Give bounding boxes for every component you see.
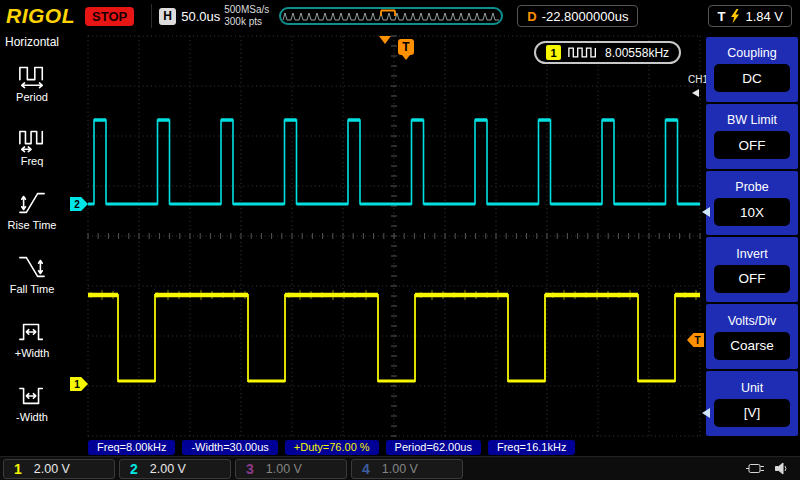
rise-time-icon <box>17 189 47 217</box>
menu-section-title: Invert <box>736 247 767 261</box>
menu-item-label: Fall Time <box>10 284 55 295</box>
trigger-position-marker[interactable]: T <box>398 39 414 55</box>
measurement-period[interactable]: Period=62.00us <box>386 440 481 455</box>
trigger-position-arrow-icon[interactable] <box>379 36 391 44</box>
unit-value-text: [V] <box>744 405 761 420</box>
channel-4-status[interactable]: 4 1.00 V <box>351 459 463 479</box>
trigger-level-value: 1.84 V <box>745 9 783 24</box>
memory-waveform-icon <box>281 9 501 23</box>
channel-1-status[interactable]: 1 2.00 V <box>3 459 115 479</box>
channel-2-status[interactable]: 2 2.00 V <box>119 459 231 479</box>
trigger-label: T <box>717 9 725 24</box>
menu-probe[interactable]: Probe 10X <box>706 171 798 236</box>
counter-source-channel: 1 <box>546 45 561 60</box>
menu-item-label: Rise Time <box>8 220 57 231</box>
menu-item-label: -Width <box>16 412 48 423</box>
top-bar: RIGOL STOP H 50.0us 500MSa/s 300k pts D … <box>0 0 800 32</box>
horizontal-settings[interactable]: H 50.0us <box>159 8 220 25</box>
trigger-display[interactable]: T 1.84 V <box>708 5 792 27</box>
menu-item-rise-time[interactable]: Rise Time <box>0 178 64 242</box>
active-menu-tab: CH1 <box>688 74 708 85</box>
measurement-freq-ch2[interactable]: Freq=16.1kHz <box>488 440 575 455</box>
menu-unit[interactable]: Unit [V] <box>706 371 798 436</box>
plus-width-icon <box>17 317 47 345</box>
menu-volts-div[interactable]: Volts/Div Coarse <box>706 304 798 369</box>
status-icons <box>745 461 797 476</box>
pulse-train-icon <box>568 47 598 58</box>
oscilloscope-screen: RIGOL STOP H 50.0us 500MSa/s 300k pts D … <box>0 0 800 480</box>
waveform-display[interactable]: T 1 8.00558kHz <box>88 36 700 436</box>
freq-icon <box>17 125 47 153</box>
bw-limit-value[interactable]: OFF <box>714 131 790 159</box>
horizontal-icon: H <box>159 8 176 25</box>
menu-invert[interactable]: Invert OFF <box>706 237 798 302</box>
acquisition-info: 500MSa/s 300k pts <box>224 4 269 28</box>
delay-display[interactable]: D -22.8000000us <box>517 5 638 27</box>
lightning-icon <box>730 9 740 24</box>
usb-icon <box>745 461 765 476</box>
menu-item-freq[interactable]: Freq <box>0 114 64 178</box>
channel-scale: 2.00 V <box>150 462 186 476</box>
volts-div-value[interactable]: Coarse <box>714 332 790 360</box>
menu-section-title: Probe <box>735 180 768 194</box>
channel-number: 2 <box>130 461 138 477</box>
memory-depth: 300k pts <box>224 16 269 28</box>
measurement-bar: Freq=8.00kHz -Width=30.00us +Duty=76.00 … <box>88 439 700 455</box>
menu-coupling[interactable]: Coupling DC <box>706 37 798 102</box>
measurement-pos-duty[interactable]: +Duty=76.00 % <box>285 440 379 455</box>
timebase-value: 50.0us <box>181 9 220 24</box>
menu-item-label: Period <box>16 92 48 103</box>
invert-value[interactable]: OFF <box>714 265 790 293</box>
fall-time-icon <box>17 253 47 281</box>
coupling-value[interactable]: DC <box>714 64 790 92</box>
waveform-memory-bar[interactable] <box>279 7 503 25</box>
ch2-offset-marker[interactable]: 2 <box>70 197 88 211</box>
left-arrow-icon <box>702 207 710 217</box>
menu-bw-limit[interactable]: BW Limit OFF <box>706 104 798 169</box>
channel-scale: 1.00 V <box>382 462 418 476</box>
right-menu: Coupling DC BW Limit OFF Probe 10X Inver… <box>706 37 798 436</box>
speaker-icon <box>774 461 789 476</box>
run-state-badge[interactable]: STOP <box>85 7 134 26</box>
menu-tab-arrow-icon <box>692 89 699 97</box>
menu-item-neg-width[interactable]: -Width <box>0 370 64 434</box>
channel-3-status[interactable]: 3 1.00 V <box>235 459 347 479</box>
left-menu-title: Horizontal <box>0 35 64 49</box>
probe-value[interactable]: 10X <box>714 198 790 226</box>
menu-section-title: BW Limit <box>727 113 777 127</box>
status-bar: 1 2.00 V 2 2.00 V 3 1.00 V 4 1.00 V <box>0 456 800 480</box>
left-arrow-icon <box>702 408 710 418</box>
menu-item-label: Freq <box>21 156 44 167</box>
channel-scale: 1.00 V <box>266 462 302 476</box>
channel-scale: 2.00 V <box>34 462 70 476</box>
waveform-traces <box>88 36 700 436</box>
menu-section-title: Volts/Div <box>728 314 777 328</box>
minus-width-icon <box>17 381 47 409</box>
menu-item-pos-width[interactable]: +Width <box>0 306 64 370</box>
channel-number: 3 <box>246 461 254 477</box>
counter-value: 8.00558kHz <box>605 46 669 60</box>
separator <box>151 4 152 28</box>
sample-rate: 500MSa/s <box>224 4 269 16</box>
menu-section-title: Coupling <box>727 46 776 60</box>
measurement-freq-ch1[interactable]: Freq=8.00kHz <box>88 440 175 455</box>
period-icon <box>17 61 47 89</box>
probe-value-text: 10X <box>740 205 764 220</box>
menu-section-title: Unit <box>741 381 763 395</box>
channel-number: 1 <box>14 461 22 477</box>
menu-item-fall-time[interactable]: Fall Time <box>0 242 64 306</box>
frequency-counter-badge: 1 8.00558kHz <box>534 41 681 64</box>
channel-number: 4 <box>362 461 370 477</box>
delay-value: -22.8000000us <box>542 9 629 24</box>
unit-value[interactable]: [V] <box>714 399 790 427</box>
menu-item-label: +Width <box>15 348 50 359</box>
rigol-logo: RIGOL <box>6 4 75 28</box>
delay-label: D <box>527 9 536 24</box>
left-menu: Horizontal Period Freq Rise Time <box>0 32 64 444</box>
measurement-neg-width[interactable]: -Width=30.00us <box>182 440 277 455</box>
menu-item-period[interactable]: Period <box>0 50 64 114</box>
ch1-offset-marker[interactable]: 1 <box>70 377 88 391</box>
